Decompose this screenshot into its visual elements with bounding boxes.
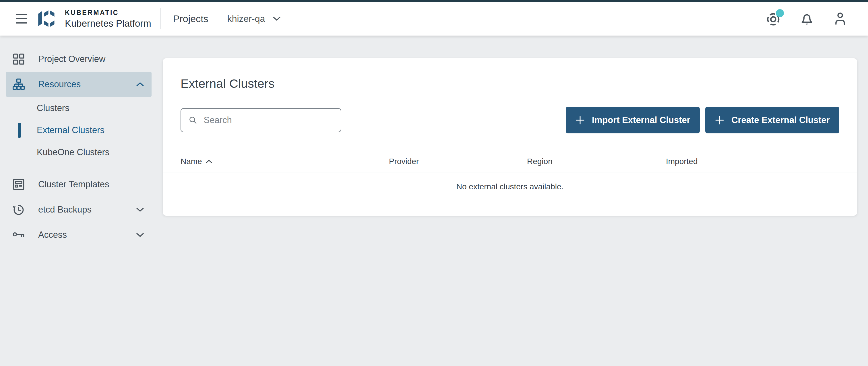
- sidebar-item-kubeone-clusters[interactable]: KubeOne Clusters: [6, 141, 152, 163]
- dashboard-grid-icon: [12, 53, 25, 65]
- projects-label: Projects: [173, 13, 208, 24]
- search-input[interactable]: [204, 115, 333, 125]
- notification-badge-dot: [776, 9, 784, 17]
- create-external-cluster-button[interactable]: Create External Cluster: [705, 107, 839, 133]
- sidebar-item-external-clusters[interactable]: External Clusters: [6, 119, 152, 141]
- sidebar-item-label: Project Overview: [38, 54, 105, 64]
- sidebar-item-label: etcd Backups: [38, 204, 92, 215]
- column-label: Provider: [389, 157, 419, 166]
- brand-subtitle: Kubernetes Platform: [65, 19, 151, 28]
- history-clock-icon: [12, 203, 25, 216]
- external-clusters-card: External Clusters Import External Cluste…: [163, 58, 857, 216]
- sidebar-item-label: Access: [38, 230, 67, 240]
- chevron-down-icon: [136, 207, 144, 212]
- key-icon: [12, 229, 25, 241]
- table-divider: [163, 172, 857, 172]
- notifications-bell-icon[interactable]: [799, 11, 815, 26]
- sidebar-item-clusters[interactable]: Clusters: [6, 97, 152, 119]
- chevron-down-icon: [136, 233, 144, 237]
- chevron-down-icon: [272, 16, 281, 21]
- sitemap-icon: [12, 78, 25, 91]
- app-header: KUBERMATIC Kubernetes Platform Projects …: [0, 0, 868, 36]
- chevron-up-icon: [136, 82, 144, 87]
- import-external-cluster-button[interactable]: Import External Cluster: [566, 107, 700, 133]
- header-icons: [766, 11, 848, 26]
- sidebar-item-access[interactable]: Access: [6, 222, 152, 247]
- help-changelog-icon[interactable]: [766, 11, 781, 26]
- column-label: Region: [527, 157, 553, 166]
- column-header-imported: Imported: [666, 157, 839, 166]
- sidebar-item-label: KubeOne Clusters: [37, 147, 110, 158]
- search-icon: [189, 115, 197, 125]
- page-title: External Clusters: [181, 77, 839, 90]
- sidebar-section-gap: [0, 163, 152, 172]
- sidebar-item-label: Resources: [38, 79, 81, 90]
- table-header-row: Name Provider Region Imported: [163, 151, 857, 172]
- toolbar: Import External Cluster Create External …: [181, 107, 839, 133]
- menu-hamburger-icon[interactable]: [16, 14, 27, 24]
- sidebar: Project Overview Resources Clusters: [0, 36, 152, 366]
- active-item-indicator: [18, 123, 21, 138]
- column-label: Imported: [666, 157, 698, 166]
- column-header-region: Region: [527, 157, 666, 166]
- search-box[interactable]: [181, 108, 341, 132]
- user-account-icon[interactable]: [832, 11, 848, 26]
- plus-icon: [715, 115, 724, 125]
- sidebar-item-resources[interactable]: Resources: [6, 72, 152, 97]
- sidebar-item-label: Cluster Templates: [38, 179, 110, 190]
- sidebar-item-project-overview[interactable]: Project Overview: [6, 46, 152, 72]
- empty-state-message: No external clusters available.: [163, 182, 857, 191]
- sidebar-item-label: Clusters: [37, 103, 69, 113]
- project-selector[interactable]: khizer-qa: [227, 13, 281, 24]
- plus-icon: [575, 115, 585, 125]
- column-header-provider: Provider: [389, 157, 527, 166]
- sort-ascending-icon: [206, 160, 212, 164]
- header-divider: [160, 8, 161, 29]
- kubermatic-logo-icon: [37, 9, 57, 28]
- brand-logo[interactable]: KUBERMATIC Kubernetes Platform: [37, 9, 151, 28]
- column-label: Name: [181, 157, 202, 166]
- sidebar-item-label: External Clusters: [37, 125, 104, 135]
- sidebar-item-etcd-backups[interactable]: etcd Backups: [6, 197, 152, 222]
- column-header-name[interactable]: Name: [181, 157, 389, 166]
- project-selector-value: khizer-qa: [227, 13, 265, 24]
- button-label: Create External Cluster: [732, 115, 830, 125]
- brand-title: KUBERMATIC: [65, 9, 151, 16]
- button-label: Import External Cluster: [592, 115, 690, 125]
- template-document-icon: [12, 178, 25, 191]
- sidebar-item-cluster-templates[interactable]: Cluster Templates: [6, 172, 152, 197]
